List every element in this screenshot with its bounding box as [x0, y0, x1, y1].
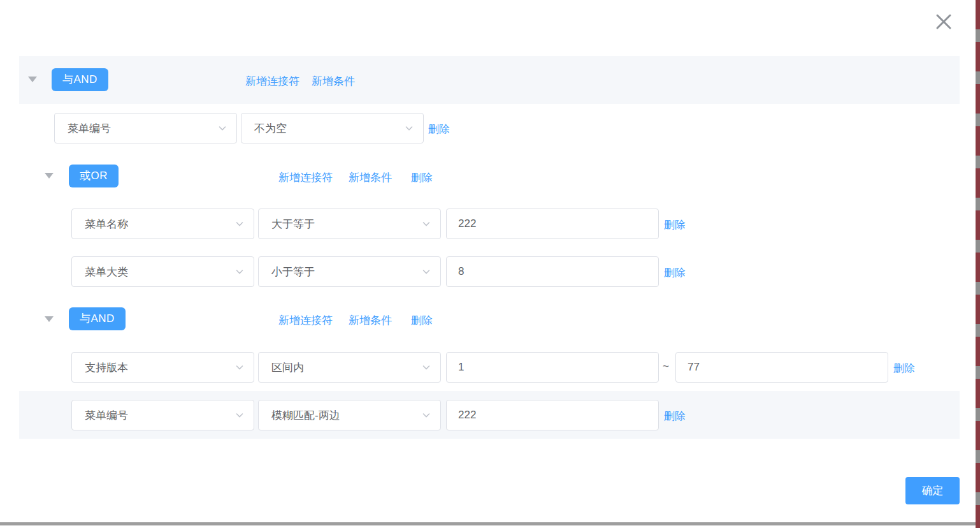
range-max-input[interactable]	[675, 352, 888, 383]
add-condition-link[interactable]: 新增条件	[349, 170, 392, 185]
operator-select[interactable]: 小于等于	[258, 256, 441, 287]
value-input[interactable]	[446, 256, 659, 287]
close-icon[interactable]	[933, 11, 955, 33]
delete-condition-link[interactable]: 删除	[664, 217, 686, 232]
confirm-button[interactable]: 确定	[905, 477, 960, 504]
operator-select[interactable]: 模糊匹配-两边	[258, 400, 441, 430]
logic-badge-or[interactable]: 或OR	[69, 165, 119, 187]
field-select[interactable]: 菜单大类	[71, 256, 254, 287]
chevron-down-icon	[234, 410, 245, 420]
select-value: 模糊匹配-两边	[271, 408, 340, 423]
collapse-arrow-icon[interactable]	[45, 173, 54, 179]
select-value: 小于等于	[271, 265, 315, 279]
field-select[interactable]: 菜单编号	[54, 113, 237, 143]
select-value: 大于等于	[271, 217, 315, 231]
chevron-down-icon	[234, 219, 245, 229]
delete-group-link[interactable]: 删除	[411, 313, 433, 328]
add-condition-link[interactable]: 新增条件	[312, 74, 355, 89]
select-value: 支持版本	[85, 360, 128, 375]
value-input[interactable]	[446, 400, 659, 430]
select-value: 菜单大类	[85, 265, 128, 279]
chevron-down-icon	[404, 123, 414, 133]
field-select[interactable]: 支持版本	[71, 352, 254, 383]
field-select[interactable]: 菜单名称	[71, 209, 254, 239]
value-input[interactable]	[446, 209, 659, 239]
group-header-band	[19, 56, 960, 104]
delete-condition-link[interactable]: 删除	[893, 361, 915, 376]
add-connector-link[interactable]: 新增连接符	[278, 170, 333, 185]
filter-builder-dialog: 与AND 新增连接符 新增条件 菜单编号 不为空 删除 或OR 新增连接符 新增…	[0, 0, 980, 528]
chevron-down-icon	[234, 362, 245, 372]
range-min-input[interactable]	[446, 352, 659, 383]
select-value: 不为空	[254, 121, 287, 136]
add-connector-link[interactable]: 新增连接符	[245, 74, 299, 89]
logic-badge-and[interactable]: 与AND	[69, 307, 126, 330]
select-value: 区间内	[271, 360, 304, 375]
delete-condition-link[interactable]: 删除	[664, 265, 686, 280]
delete-condition-link[interactable]: 删除	[664, 409, 686, 423]
select-value: 菜单编号	[68, 121, 111, 136]
chevron-down-icon	[234, 267, 245, 277]
chevron-down-icon	[421, 267, 431, 277]
window-bottom-edge	[0, 522, 976, 525]
operator-select[interactable]: 大于等于	[258, 209, 441, 239]
operator-select[interactable]: 区间内	[258, 352, 441, 383]
chevron-down-icon	[217, 123, 227, 133]
add-condition-link[interactable]: 新增条件	[349, 313, 392, 328]
operator-select[interactable]: 不为空	[241, 113, 424, 143]
select-value: 菜单编号	[85, 408, 128, 423]
logic-badge-and[interactable]: 与AND	[52, 68, 108, 91]
delete-group-link[interactable]: 删除	[411, 170, 433, 185]
range-separator: ~	[663, 360, 669, 373]
collapse-arrow-icon[interactable]	[45, 316, 54, 322]
collapse-arrow-icon[interactable]	[28, 77, 37, 82]
add-connector-link[interactable]: 新增连接符	[278, 313, 333, 328]
select-value: 菜单名称	[85, 217, 128, 231]
window-right-edge	[976, 0, 980, 528]
chevron-down-icon	[421, 410, 431, 420]
chevron-down-icon	[421, 219, 431, 229]
chevron-down-icon	[421, 362, 431, 372]
field-select[interactable]: 菜单编号	[71, 400, 254, 430]
delete-condition-link[interactable]: 删除	[428, 122, 450, 136]
